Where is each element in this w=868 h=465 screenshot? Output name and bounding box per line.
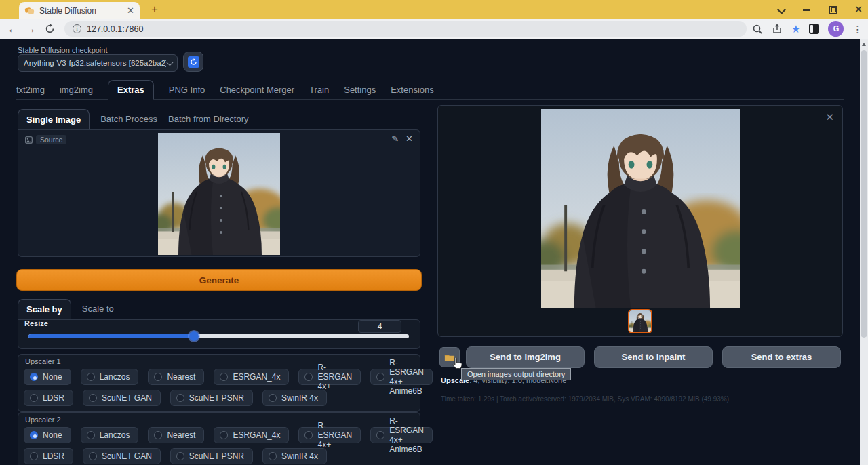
tab-checkpoint-merger[interactable]: Checkpoint Merger (220, 80, 294, 99)
zoom-icon[interactable] (752, 24, 763, 35)
upscaler2-option-none[interactable]: None (24, 427, 71, 443)
browser-tab[interactable]: Stable Diffusion ✕ (19, 2, 140, 19)
checkpoint-value: Anything-V3-fp32.safetensors [625a2ba2] (24, 59, 166, 67)
option-label: R-ESRGAN 4x+ Anime6B (389, 416, 424, 454)
resize-value-input[interactable]: 4 (358, 320, 401, 333)
site-info-icon[interactable]: i (73, 24, 81, 33)
source-label: Source (36, 135, 66, 144)
refresh-icon (188, 56, 199, 68)
tab-extensions[interactable]: Extensions (391, 80, 434, 99)
result-thumbnail[interactable] (628, 309, 652, 333)
tab-train[interactable]: Train (309, 80, 329, 99)
radio-icon (304, 373, 313, 381)
radio-icon (220, 431, 228, 439)
gallery-close-icon[interactable]: ✕ (825, 111, 834, 123)
result-gallery: ✕ (437, 105, 843, 337)
result-image[interactable] (541, 109, 740, 308)
maximize-button[interactable] (827, 4, 838, 15)
minimize-button[interactable] (802, 4, 812, 15)
option-label: SwinIR 4x (281, 451, 318, 461)
page-scrollbar[interactable] (860, 39, 868, 465)
source-image-dropzone[interactable]: Source ✎ ✕ (18, 129, 420, 257)
upscaler1-option-resrgan4x[interactable]: R-ESRGAN 4x+ (298, 369, 361, 385)
tab-close-icon[interactable]: ✕ (127, 6, 134, 15)
option-label: Nearest (167, 372, 195, 382)
upscaler2-option-ldsr[interactable]: LDSR (24, 448, 73, 464)
upscaler1-option-ldsr[interactable]: LDSR (24, 390, 73, 406)
reload-button[interactable] (45, 24, 55, 34)
upscaler1-option-lanczos[interactable]: Lanczos (81, 369, 139, 385)
option-label: None (43, 430, 62, 440)
upscaler2-option-lanczos[interactable]: Lanczos (81, 427, 139, 443)
generate-button[interactable]: Generate (16, 269, 422, 291)
edit-pencil-icon[interactable]: ✎ (391, 134, 399, 144)
option-label: ScuNET PSNR (189, 451, 244, 461)
upscaler1-option-none[interactable]: None (24, 369, 71, 385)
checkpoint-dropdown[interactable]: Anything-V3-fp32.safetensors [625a2ba2] (18, 54, 178, 72)
slider-handle[interactable] (189, 331, 199, 341)
tab-png-info[interactable]: PNG Info (169, 80, 205, 99)
scrollbar-up-icon[interactable] (862, 43, 866, 46)
upscaler2-option-swinir4x[interactable]: SwinIR 4x (262, 448, 327, 464)
upscaler2-option-resrgan-anime6b[interactable]: R-ESRGAN 4x+ Anime6B (370, 427, 433, 443)
subtab-scale-by[interactable]: Scale by (18, 299, 71, 319)
send-to-extras-button[interactable]: Send to extras (722, 346, 841, 368)
radio-icon (176, 394, 184, 402)
tooltip: Open images output directory (461, 368, 571, 380)
refresh-checkpoints-button[interactable] (183, 52, 203, 72)
radio-icon (30, 431, 38, 439)
upscaler1-option-resrgan-anime6b[interactable]: R-ESRGAN 4x+ Anime6B (370, 369, 433, 385)
option-label: ESRGAN_4x (233, 372, 280, 382)
upscaler1-option-scunet-gan[interactable]: ScuNET GAN (83, 390, 161, 406)
source-header: Source (25, 135, 66, 144)
memory-stats: Time taken: 1.29s | Torch active/reserve… (441, 395, 729, 403)
subtab-single-image[interactable]: Single Image (18, 109, 90, 129)
tab-extras[interactable]: Extras (108, 80, 154, 100)
back-button[interactable]: ← (4, 23, 22, 35)
chevron-down-icon (166, 58, 174, 66)
checkpoint-label: Stable Diffusion checkpoint (18, 46, 108, 54)
tab-search-icon[interactable] (776, 4, 787, 15)
upscaler1-option-scunet-psnr[interactable]: ScuNET PSNR (170, 390, 253, 406)
subtab-scale-to[interactable]: Scale to (82, 299, 114, 319)
subtab-batch-from-directory[interactable]: Batch from Directory (168, 109, 248, 129)
extras-subtab-bar: Single Image Batch Process Batch from Di… (18, 109, 420, 129)
upscaler2-option-nearest[interactable]: Nearest (148, 427, 204, 443)
upscaler2-option-scunet-psnr[interactable]: ScuNET PSNR (170, 448, 253, 464)
resize-slider[interactable] (28, 334, 409, 338)
option-label: ScuNET PSNR (189, 393, 244, 403)
option-label: None (43, 372, 62, 382)
forward-button[interactable]: → (22, 23, 39, 35)
subtab-batch-process[interactable]: Batch Process (100, 109, 157, 129)
tab-img2img[interactable]: img2img (60, 80, 93, 99)
upscaler1-option-esrgan4x[interactable]: ESRGAN_4x (214, 369, 289, 385)
tab-settings[interactable]: Settings (344, 80, 376, 99)
radio-icon (154, 431, 162, 439)
upscaler1-option-nearest[interactable]: Nearest (148, 369, 204, 385)
send-to-img2img-button[interactable]: Send to img2img (466, 346, 585, 368)
radio-icon (30, 394, 38, 402)
send-to-inpaint-button[interactable]: Send to inpaint (594, 346, 713, 368)
share-icon[interactable] (772, 24, 783, 35)
upscaler2-option-esrgan4x[interactable]: ESRGAN_4x (214, 427, 289, 443)
tab-txt2img[interactable]: txt2img (16, 80, 45, 99)
browser-menu-icon[interactable]: ⋮ (852, 24, 862, 35)
side-panel-icon[interactable] (809, 24, 819, 34)
scrollbar-thumb[interactable] (861, 50, 867, 338)
profile-avatar[interactable]: G (828, 21, 844, 37)
upscaler2-option-resrgan4x[interactable]: R-ESRGAN 4x+ (298, 427, 361, 443)
upscaler1-option-swinir4x[interactable]: SwinIR 4x (262, 390, 327, 406)
url-bar[interactable]: i 127.0.0.1:7860 (64, 21, 747, 37)
clear-image-icon[interactable]: ✕ (406, 134, 413, 144)
window-close-button[interactable]: ✕ (853, 4, 864, 15)
option-label: R-ESRGAN 4x+ (317, 363, 352, 391)
option-label: Lanczos (100, 430, 130, 440)
option-label: SwinIR 4x (281, 393, 318, 403)
new-tab-button[interactable]: + (148, 3, 161, 16)
bookmark-star-icon[interactable]: ★ (791, 24, 800, 35)
upscaler2-option-scunet-gan[interactable]: ScuNET GAN (83, 448, 161, 464)
radio-icon (89, 394, 97, 402)
option-label: Lanczos (100, 372, 130, 382)
url-text: 127.0.0.1:7860 (87, 24, 143, 34)
option-label: LDSR (43, 451, 64, 461)
